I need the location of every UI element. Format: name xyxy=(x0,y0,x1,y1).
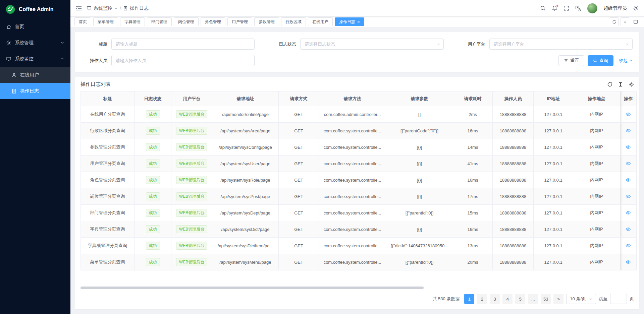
sidebar-subitem-online-users[interactable]: 在线用户 xyxy=(0,67,70,83)
cell-action xyxy=(620,221,637,238)
sidebar-collapse-icon[interactable] xyxy=(76,6,82,11)
cell-action xyxy=(620,205,637,221)
user-name[interactable]: 超级管理员 xyxy=(603,5,627,11)
page-button[interactable]: 1 xyxy=(464,294,474,304)
settings-gear-icon[interactable] xyxy=(633,5,639,11)
cell-ip: 127.0.0.1 xyxy=(534,106,573,123)
cell-status: 成功 xyxy=(135,172,171,188)
row-density-icon[interactable] xyxy=(618,82,623,87)
horizontal-scrollbar-thumb[interactable] xyxy=(80,287,424,289)
fullscreen-icon[interactable] xyxy=(564,5,569,11)
sidebar-item-system-monitor[interactable]: 系统监控 xyxy=(0,51,70,67)
tab[interactable]: 用户管理 xyxy=(227,17,252,26)
pagination: 共 530 条数据 12345...53 > 10 条/页 跳至 页 xyxy=(75,291,639,309)
log-status-label: 日志状态 xyxy=(271,41,296,47)
breadcrumb-parent[interactable]: 系统监控 xyxy=(94,5,112,11)
column-header[interactable]: IP地址 xyxy=(534,91,573,106)
column-header[interactable]: 日志状态 xyxy=(135,91,171,106)
title-input[interactable] xyxy=(111,39,255,50)
view-detail-eye-icon[interactable] xyxy=(626,161,631,166)
view-detail-eye-icon[interactable] xyxy=(626,128,631,133)
search-button[interactable]: 查询 xyxy=(588,55,613,66)
trash-icon xyxy=(564,58,568,63)
platform-badge: WEB管理后台 xyxy=(176,209,207,217)
jump-page-input[interactable] xyxy=(610,294,627,304)
search-icon[interactable] xyxy=(540,5,546,11)
platform-badge: WEB管理后台 xyxy=(176,127,207,135)
notification-bell-icon[interactable] xyxy=(552,5,557,11)
tab[interactable]: 字典管理 xyxy=(120,17,145,26)
refresh-icon[interactable] xyxy=(607,82,612,87)
tab[interactable]: 角色管理 xyxy=(201,17,225,26)
sidebar-item-home[interactable]: 首页 xyxy=(0,19,70,35)
tab-label: 岗位管理 xyxy=(178,19,194,25)
tab[interactable]: 岗位管理 xyxy=(174,17,199,26)
cell-action xyxy=(620,254,637,270)
page-button[interactable]: 53 xyxy=(541,294,551,304)
table-header-row: 标题 日志状态 用户平台 请求地址 请求方式 请求方法 请求参数 请求耗时 操作… xyxy=(81,91,637,106)
page-ellipsis[interactable]: ... xyxy=(528,294,538,304)
view-detail-eye-icon[interactable] xyxy=(626,210,631,215)
tab[interactable]: 部门管理 xyxy=(147,17,172,26)
tab[interactable]: 操作日志× xyxy=(335,17,364,26)
tab[interactable]: 首页 xyxy=(74,17,91,26)
column-header[interactable]: 操作地点 xyxy=(573,91,620,106)
column-header[interactable]: 请求方法 xyxy=(319,91,386,106)
cell-duration: 14ms xyxy=(453,139,493,155)
tab[interactable]: 菜单管理 xyxy=(93,17,118,26)
column-settings-gear-icon[interactable] xyxy=(629,82,634,87)
next-page-button[interactable]: > xyxy=(553,294,564,304)
view-detail-eye-icon[interactable] xyxy=(626,194,631,199)
cell-method: GET xyxy=(279,139,319,155)
cell-operator: 18888888888 xyxy=(493,205,534,221)
cell-platform: WEB管理后台 xyxy=(171,221,212,238)
view-detail-eye-icon[interactable] xyxy=(626,144,631,150)
view-detail-eye-icon[interactable] xyxy=(626,243,631,248)
cell-handler: com.coffee.admin.controller... xyxy=(319,106,386,123)
page-button[interactable]: 5 xyxy=(515,294,525,304)
column-header[interactable]: 用户平台 xyxy=(171,91,212,106)
view-detail-eye-icon[interactable] xyxy=(626,177,631,183)
tab[interactable]: 参数管理 xyxy=(254,17,279,26)
page-size-select[interactable]: 10 条/页 xyxy=(566,294,596,304)
translate-icon[interactable] xyxy=(575,5,581,11)
view-detail-eye-icon[interactable] xyxy=(626,112,631,117)
content-layout-icon[interactable] xyxy=(631,17,640,26)
cell-operator: 18888888888 xyxy=(493,106,534,123)
sidebar-item-label: 系统管理 xyxy=(15,40,34,46)
avatar[interactable] xyxy=(587,3,597,13)
page-button[interactable]: 2 xyxy=(477,294,487,304)
cell-platform: WEB管理后台 xyxy=(171,188,212,205)
tab[interactable]: 行政区域 xyxy=(281,17,306,26)
reset-button[interactable]: 重置 xyxy=(558,55,584,66)
tab-label: 操作日志 xyxy=(339,19,355,25)
sidebar: Coffee Admin 首页 系统管理 系统监控 在线用户 xyxy=(0,0,70,314)
column-header[interactable]: 请求耗时 xyxy=(453,91,493,106)
status-badge: 成功 xyxy=(146,258,160,266)
column-header[interactable]: 操作人员 xyxy=(493,91,534,106)
column-header[interactable]: 请求方式 xyxy=(279,91,319,106)
log-status-select[interactable] xyxy=(300,39,443,50)
logo-icon xyxy=(5,4,15,14)
tab-close-icon[interactable]: × xyxy=(357,20,360,24)
tab[interactable]: 在线用户 xyxy=(308,17,333,26)
cell-status: 成功 xyxy=(135,221,171,238)
view-detail-eye-icon[interactable] xyxy=(626,227,631,232)
column-header[interactable]: 请求参数 xyxy=(386,91,453,106)
user-platform-select[interactable] xyxy=(489,39,633,50)
sidebar-subitem-operation-log[interactable]: 操作日志 xyxy=(0,83,70,99)
cell-params: [{}] xyxy=(386,221,453,238)
collapse-filters-link[interactable]: 收起 xyxy=(619,58,633,64)
user-platform-label: 用户平台 xyxy=(460,41,485,47)
sidebar-item-system-management[interactable]: 系统管理 xyxy=(0,35,70,51)
collapse-filters-label: 收起 xyxy=(619,58,628,64)
page-button[interactable]: 4 xyxy=(502,294,513,304)
cell-platform: WEB管理后台 xyxy=(171,205,212,221)
view-detail-eye-icon[interactable] xyxy=(626,259,631,265)
column-header[interactable]: 请求地址 xyxy=(212,91,279,106)
refresh-icon[interactable] xyxy=(610,17,619,26)
operator-input[interactable] xyxy=(111,55,255,66)
page-button[interactable]: 3 xyxy=(490,294,500,304)
column-header[interactable]: 标题 xyxy=(81,91,135,106)
chevron-down-icon[interactable] xyxy=(621,17,629,26)
